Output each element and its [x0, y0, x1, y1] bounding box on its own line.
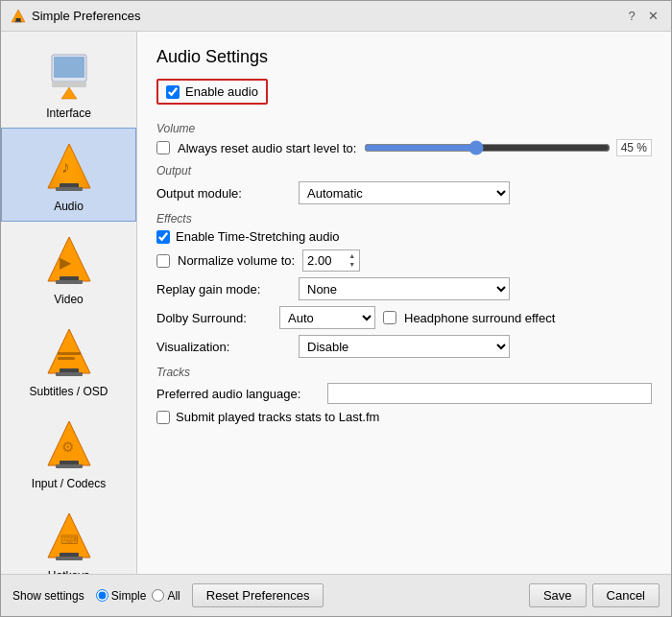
- svg-rect-22: [58, 357, 75, 360]
- lastfm-checkbox[interactable]: [156, 411, 170, 424]
- sidebar-item-interface-label: Interface: [46, 107, 91, 120]
- svg-rect-25: [56, 464, 83, 468]
- svg-marker-18: [48, 329, 90, 373]
- hotkeys-icon: ⌨: [38, 506, 100, 567]
- visualization-select[interactable]: Disable Spectrometer Scope Spectrum: [299, 335, 510, 358]
- cancel-button[interactable]: Cancel: [592, 583, 660, 607]
- always-reset-checkbox[interactable]: [156, 141, 170, 154]
- simple-radio[interactable]: [96, 589, 108, 602]
- all-radio[interactable]: [152, 589, 164, 602]
- replay-gain-select[interactable]: None Track Album: [299, 277, 510, 300]
- sidebar-item-interface[interactable]: Interface: [1, 36, 136, 128]
- output-module-label: Output module:: [156, 186, 291, 201]
- normalize-checkbox[interactable]: [156, 254, 170, 268]
- enable-audio-checkbox[interactable]: [166, 85, 180, 99]
- svg-rect-5: [52, 82, 86, 87]
- sidebar-item-subtitles-label: Subtitles / OSD: [29, 385, 108, 398]
- input-icon: ⚙: [38, 414, 100, 475]
- headphone-checkbox[interactable]: [383, 311, 396, 324]
- volume-section-header: Volume: [156, 122, 652, 135]
- normalize-spinbox: ▲ ▼: [302, 249, 360, 272]
- svg-rect-10: [56, 187, 83, 191]
- time-stretching-row: Enable Time-Stretching audio: [156, 229, 652, 244]
- save-button[interactable]: Save: [529, 583, 587, 607]
- close-button[interactable]: ✕: [644, 8, 661, 25]
- preferred-language-input[interactable]: [327, 383, 652, 404]
- sidebar-item-input[interactable]: ⚙ Input / Codecs: [1, 406, 136, 498]
- time-stretching-checkbox[interactable]: [156, 230, 170, 244]
- dolby-select[interactable]: Auto On Off: [279, 306, 375, 329]
- volume-slider[interactable]: [364, 139, 610, 156]
- spinbox-up[interactable]: ▲: [348, 252, 355, 260]
- show-settings-label: Show settings: [12, 589, 84, 603]
- content-area: Interface ♪: [1, 32, 671, 574]
- help-button[interactable]: ?: [623, 8, 640, 25]
- dolby-label: Dolby Surround:: [156, 311, 272, 325]
- headphone-label[interactable]: Headphone surround effect: [404, 311, 555, 325]
- output-module-select[interactable]: Automatic ALSA PulseAudio: [299, 181, 510, 204]
- main-window: Simple Preferences ? ✕ Interface: [0, 0, 672, 617]
- enable-audio-label[interactable]: Enable audio: [185, 84, 258, 99]
- dolby-row: Dolby Surround: Auto On Off Headphone su…: [156, 306, 652, 329]
- preferred-language-label: Preferred audio language:: [156, 387, 320, 401]
- interface-icon: [38, 43, 100, 105]
- enable-audio-box: Enable audio: [156, 79, 268, 105]
- subtitles-icon: [38, 321, 100, 383]
- sidebar: Interface ♪: [1, 32, 137, 574]
- visualization-label: Visualization:: [156, 340, 291, 354]
- simple-radio-text: Simple: [111, 589, 147, 603]
- sidebar-item-audio-label: Audio: [54, 200, 84, 213]
- svg-rect-20: [56, 372, 83, 376]
- titlebar-controls: ? ✕: [623, 8, 661, 25]
- svg-rect-16: [56, 280, 83, 284]
- volume-slider-container: 45 %: [364, 139, 652, 156]
- output-section-header: Output: [156, 164, 652, 178]
- normalize-row: Normalize volume to: ▲ ▼: [156, 249, 652, 272]
- sidebar-item-audio[interactable]: ♪ Audio: [1, 128, 136, 222]
- bottom-left: Show settings Simple All Reset Preferenc…: [12, 583, 324, 607]
- normalize-value-input[interactable]: [307, 253, 348, 268]
- svg-rect-1: [16, 18, 21, 21]
- simple-radio-label[interactable]: Simple: [96, 589, 147, 603]
- all-radio-text: All: [167, 589, 180, 603]
- svg-rect-2: [15, 21, 22, 22]
- volume-row: Always reset audio start level to: 45 %: [156, 139, 652, 156]
- titlebar: Simple Preferences ? ✕: [1, 1, 671, 32]
- svg-rect-29: [56, 557, 83, 560]
- reset-preferences-button[interactable]: Reset Preferences: [192, 583, 324, 607]
- lastfm-label[interactable]: Submit played tracks stats to Last.fm: [176, 410, 379, 424]
- all-radio-label[interactable]: All: [152, 589, 180, 603]
- window-title: Simple Preferences: [32, 9, 140, 23]
- svg-rect-21: [58, 352, 81, 355]
- spinbox-down[interactable]: ▼: [348, 261, 355, 269]
- app-icon: [11, 9, 26, 24]
- video-icon: ▶: [38, 229, 100, 291]
- lastfm-row: Submit played tracks stats to Last.fm: [156, 410, 652, 424]
- sidebar-item-subtitles[interactable]: Subtitles / OSD: [1, 314, 136, 406]
- effects-section-header: Effects: [156, 212, 652, 225]
- sidebar-item-video[interactable]: ▶ Video: [1, 222, 136, 314]
- bottom-bar: Show settings Simple All Reset Preferenc…: [1, 574, 671, 616]
- svg-text:⚙: ⚙: [61, 439, 74, 455]
- sidebar-item-input-label: Input / Codecs: [32, 477, 106, 490]
- page-title: Audio Settings: [156, 47, 652, 67]
- replay-gain-label: Replay gain mode:: [156, 282, 291, 297]
- volume-value: 45 %: [616, 139, 652, 156]
- bottom-right: Save Cancel: [529, 583, 660, 607]
- svg-text:⌨: ⌨: [60, 533, 79, 547]
- radio-group: Simple All: [96, 589, 180, 603]
- time-stretching-label[interactable]: Enable Time-Stretching audio: [176, 229, 340, 244]
- always-reset-label[interactable]: Always reset audio start level to:: [178, 141, 356, 155]
- output-module-row: Output module: Automatic ALSA PulseAudio: [156, 181, 652, 204]
- svg-text:♪: ♪: [61, 157, 70, 177]
- svg-text:▶: ▶: [60, 254, 72, 271]
- titlebar-left: Simple Preferences: [11, 9, 140, 24]
- sidebar-item-video-label: Video: [54, 293, 83, 306]
- visualization-row: Visualization: Disable Spectrometer Scop…: [156, 335, 652, 358]
- sidebar-item-hotkeys[interactable]: ⌨ Hotkeys: [1, 498, 136, 574]
- preferred-language-row: Preferred audio language:: [156, 383, 652, 404]
- svg-rect-4: [54, 57, 84, 78]
- normalize-label[interactable]: Normalize volume to:: [178, 253, 295, 268]
- replay-gain-row: Replay gain mode: None Track Album: [156, 277, 652, 300]
- spinbox-arrows: ▲ ▼: [348, 252, 355, 269]
